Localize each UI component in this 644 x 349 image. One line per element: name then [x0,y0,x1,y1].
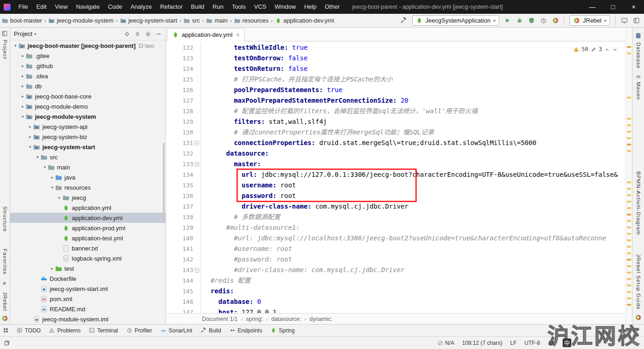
hide-panel-icon[interactable] [155,31,162,37]
warning-stripe-mark[interactable] [627,239,631,241]
tree-item-application-prod-yml[interactable]: application-prod.yml [10,223,166,233]
stripe-structure[interactable]: Structure [2,206,8,232]
tree-item-jeecg-module-system[interactable]: ▾jeecg-module-system [10,111,166,122]
editor-crumb-datasource-[interactable]: datasource: [271,316,301,322]
caret-position[interactable]: 108:12 (7 chars) [462,340,502,346]
tree-scrollbar[interactable] [163,143,165,223]
code-line-139[interactable]: 139 #multi-datasource1: [166,222,626,233]
debug-button[interactable] [513,15,525,26]
warning-stripe-mark[interactable] [627,285,631,286]
menu-run[interactable]: Run [208,0,228,14]
code-line-123[interactable]: 123 testOnBorrow: false [166,53,626,64]
project-toolwindow-icon[interactable] [1,30,8,37]
tree-item-jeecg-module-system-iml[interactable]: jeecg-module-system.iml [10,314,166,324]
code-line-127[interactable]: 127 maxPoolPreparedStatementPerConnectio… [166,95,626,106]
code-line-130[interactable]: 130 # 通过connectProperties属性来打开mergeSql功能… [166,127,626,138]
warning-stripe-mark[interactable] [627,188,631,190]
tree-item-pom-xml[interactable]: mpom.xml [10,294,166,304]
tree-item-test[interactable]: ▸test [10,263,166,273]
code-line-135[interactable]: 135 username: root [166,180,626,191]
warning-stripe-mark[interactable] [627,304,631,306]
tree-item-resources[interactable]: ▾resources [10,182,166,192]
tree-item-dockerfile[interactable]: Dockerfile [10,273,166,284]
toolwindow-todo[interactable]: TODO [13,326,44,336]
chevron-down-icon[interactable]: ▾ [20,114,26,119]
code-line-143[interactable]: 143− #driver-class-name: com.mysql.cj.jd… [166,265,626,275]
menu-analyze[interactable]: Analyze [126,0,156,14]
build-hammer-icon[interactable] [398,15,410,26]
warning-stripe-mark[interactable] [627,137,631,139]
warning-stripe-mark[interactable] [627,97,631,99]
tree-item-jeecg-system-api[interactable]: ▸jeecg-system-api [10,122,166,132]
chevron-right-icon[interactable]: ▸ [20,74,26,78]
code-line-147[interactable]: 147 host: 127.0.0.1 [166,307,626,313]
screen-button[interactable] [618,15,630,26]
readonly-status[interactable]: N/A [437,340,454,346]
toolwindow-endpoints[interactable]: Endpoints [226,326,265,336]
code-line-138[interactable]: 138 # 多数据源配置 [166,212,626,222]
menu-navigate[interactable]: Navigate [72,0,104,14]
maven-icon[interactable]: m [635,73,642,80]
menu-edit[interactable]: Edit [32,0,51,14]
chevron-down-icon[interactable]: ▾ [34,32,36,36]
code-line-142[interactable]: 142 #password: root [166,254,626,265]
code-line-144[interactable]: 144 #redis 配置 [166,275,626,286]
chevron-right-icon[interactable]: ▸ [20,84,26,88]
code-line-133[interactable]: 133− master: [166,159,626,169]
code-line-137[interactable]: 137 driver-class-name: com.mysql.cj.jdbc… [166,201,626,212]
tree-item-jeecg[interactable]: ▸jeecg [10,192,166,203]
code-line-122[interactable]: 122 testWhileIdle: true [166,42,626,53]
settings-icon[interactable] [145,31,151,37]
breadcrumb-jeecg-module-system[interactable]: jeecg-module-system [47,17,115,24]
code-line-125[interactable]: 125 # 打开PSCache，并且指定每个连接上PSCache的大小 [166,74,626,85]
warning-stripe-mark[interactable] [627,291,631,293]
code-line-140[interactable]: 140 #url: jdbc:mysql://localhost:3306/je… [166,233,626,244]
tree-item-jeecg-system-biz[interactable]: ▸jeecg-system-biz [10,132,166,142]
tree-item-jeecg-system-start-iml[interactable]: jeecg-system-start.iml [10,284,166,294]
fold-marker-icon[interactable]: − [195,141,199,145]
stripe-jrebel-setup-guide[interactable]: JRebel Setup Guide [636,254,641,310]
warning-stripe-mark[interactable] [627,118,631,120]
fold-marker-icon[interactable]: − [195,162,199,167]
favorites-star-icon[interactable]: ★ [2,280,7,286]
toolwindow-profiler[interactable]: Profiler [123,326,155,336]
stripe-favorites[interactable]: Favorites [2,249,8,274]
menu-code[interactable]: Code [104,0,126,14]
code-line-126[interactable]: 126 poolPreparedStatements: true [166,85,626,95]
tree-item-application-test-yml[interactable]: application-test.yml [10,233,166,243]
warning-stripe-mark[interactable] [627,297,631,299]
warning-stripe-mark[interactable] [627,144,631,145]
inspections-widget[interactable]: 50 3 [572,44,619,55]
warning-stripe-mark[interactable] [627,220,631,222]
coverage-button[interactable] [525,15,537,26]
code-editor[interactable]: 122 testWhileIdle: true123 testOnBorrow:… [166,41,626,313]
stripe-project[interactable]: Project [2,40,8,59]
stripe-maven[interactable]: Maven [636,82,641,100]
chevron-down-icon[interactable]: ▾ [27,145,33,149]
tab-close-icon[interactable]: × [236,31,240,38]
tree-item-readme-md[interactable]: MREADME.md [10,304,166,314]
breadcrumb-application-dev-yml[interactable]: application-dev.yml [274,17,335,24]
chevron-up-icon[interactable] [604,47,610,52]
stripe-database[interactable]: Database [636,42,641,69]
code-line-141[interactable]: 141 #username: root [166,244,626,254]
stripe-bpmn-activiti-diagram[interactable]: BPMN-Activiti-Diagram [636,171,641,235]
play-button[interactable] [501,15,513,26]
maximize-button[interactable]: □ [603,0,623,14]
chevron-right-icon[interactable]: ▸ [49,175,55,180]
jrebel-setup-icon[interactable] [635,314,642,321]
profiler-button[interactable] [537,15,549,26]
warning-stripe-mark[interactable] [627,227,631,228]
chevron-down-icon[interactable]: ▾ [49,185,55,190]
breadcrumb-jeecg-system-start[interactable]: jeecg-system-start [119,17,178,24]
code-line-134[interactable]: 134 url: jdbc:mysql://127.0.0.1:3306/jee… [166,169,626,180]
warning-stripe-mark[interactable] [627,124,631,126]
tree-item-src[interactable]: ▾src [10,152,166,162]
tree-item--github[interactable]: ▸.github [10,61,166,71]
toolwindow-spring[interactable]: Spring [267,326,298,336]
file-encoding[interactable]: UTF-8 [524,340,540,346]
toolwindow-sonarlint[interactable]: SonarLint [157,326,196,336]
code-line-146[interactable]: 146 database: 0 [166,297,626,307]
code-line-128[interactable]: 128 # 配置监控统计拦截的filters，去掉后监控界面sql无法统计，'w… [166,106,626,116]
chevron-right-icon[interactable]: ▸ [27,134,33,139]
